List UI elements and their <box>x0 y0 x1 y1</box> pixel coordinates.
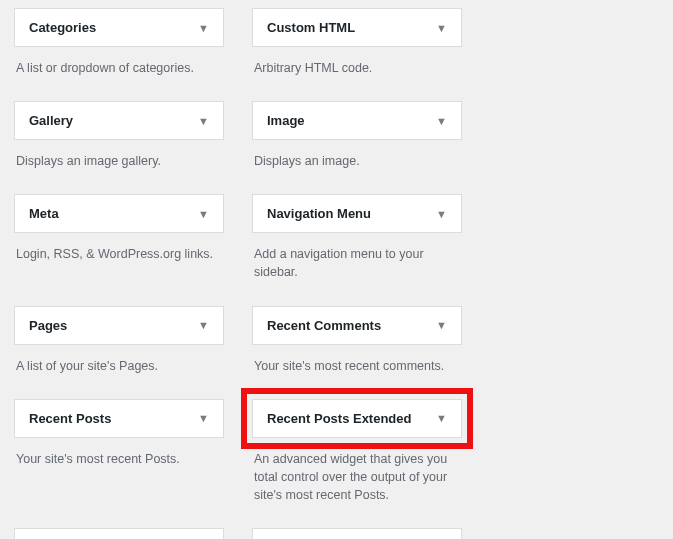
widget-desc: A list or dropdown of categories. <box>14 47 224 77</box>
widget-title: Gallery <box>29 113 73 128</box>
widget-title: Meta <box>29 206 59 221</box>
widget-rss[interactable]: RSS ▼ <box>14 528 224 539</box>
widget-desc: Arbitrary HTML code. <box>252 47 462 77</box>
widget-title: Recent Posts Extended <box>267 411 412 426</box>
widget-desc: Login, RSS, & WordPress.org links. <box>14 233 224 263</box>
widget-gallery[interactable]: Gallery ▼ <box>14 101 224 140</box>
widget-desc: Displays an image. <box>252 140 462 170</box>
widget-pages[interactable]: Pages ▼ <box>14 306 224 345</box>
widget-recent-comments[interactable]: Recent Comments ▼ <box>252 306 462 345</box>
widget-custom-html[interactable]: Custom HTML ▼ <box>252 8 462 47</box>
widget-search[interactable]: Search ▼ <box>252 528 462 539</box>
chevron-down-icon: ▼ <box>436 22 447 34</box>
widget-categories[interactable]: Categories ▼ <box>14 8 224 47</box>
widget-title: Pages <box>29 318 67 333</box>
widget-title: Recent Posts <box>29 411 111 426</box>
widget-recent-posts[interactable]: Recent Posts ▼ <box>14 399 224 438</box>
widget-desc: Displays an image gallery. <box>14 140 224 170</box>
available-widgets-grid: Categories ▼ A list or dropdown of categ… <box>14 8 474 539</box>
widget-meta[interactable]: Meta ▼ <box>14 194 224 233</box>
widget-desc: Your site's most recent comments. <box>252 345 462 375</box>
widget-desc: Add a navigation menu to your sidebar. <box>252 233 462 281</box>
widget-title: Navigation Menu <box>267 206 371 221</box>
widget-desc: A list of your site's Pages. <box>14 345 224 375</box>
widget-title: Image <box>267 113 305 128</box>
widget-recent-posts-extended[interactable]: Recent Posts Extended ▼ <box>252 399 462 438</box>
chevron-down-icon: ▼ <box>198 115 209 127</box>
widget-title: Recent Comments <box>267 318 381 333</box>
widget-image[interactable]: Image ▼ <box>252 101 462 140</box>
chevron-down-icon: ▼ <box>198 319 209 331</box>
widget-title: Categories <box>29 20 96 35</box>
chevron-down-icon: ▼ <box>436 208 447 220</box>
chevron-down-icon: ▼ <box>436 115 447 127</box>
chevron-down-icon: ▼ <box>436 319 447 331</box>
chevron-down-icon: ▼ <box>198 22 209 34</box>
widget-desc: An advanced widget that gives you total … <box>252 438 462 504</box>
widget-desc: Your site's most recent Posts. <box>14 438 224 468</box>
chevron-down-icon: ▼ <box>436 412 447 424</box>
widget-title: Custom HTML <box>267 20 355 35</box>
chevron-down-icon: ▼ <box>198 208 209 220</box>
chevron-down-icon: ▼ <box>198 412 209 424</box>
widget-navigation-menu[interactable]: Navigation Menu ▼ <box>252 194 462 233</box>
